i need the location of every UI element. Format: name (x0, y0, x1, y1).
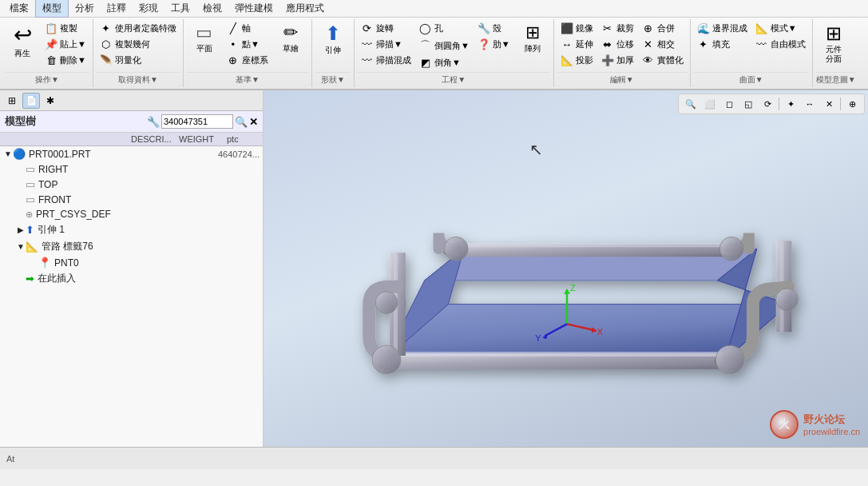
btn-round[interactable]: ⌒ 倒圓角▼ (416, 37, 473, 54)
btn-fill[interactable]: ✦ 填充 (694, 37, 751, 52)
btn-extend[interactable]: ↔ 延伸 (557, 37, 597, 52)
tree-item-right[interactable]: ▭ RIGHT (0, 161, 263, 177)
btn-chamfer[interactable]: ◩ 倒角▼ (416, 55, 473, 70)
btn-extrude[interactable]: ⬆ 引伸 (315, 21, 351, 59)
btn-shell[interactable]: 🔧 殼 (474, 21, 513, 36)
btn-rib[interactable]: ❓ 肋▼ (474, 37, 513, 52)
tree-item-extrude1[interactable]: ▶ ⬆ 引伸 1 (0, 221, 263, 238)
tree-item-insert-here[interactable]: ➡ 在此插入 (0, 270, 263, 287)
panel-btn-star[interactable]: ✱ (42, 93, 59, 109)
surface-label[interactable]: 曲面▼ (694, 72, 809, 87)
btn-swept-blend[interactable]: 〰 掃描混成 (358, 53, 414, 68)
pipe76-name: 管路 標籤76 (42, 240, 260, 253)
tree-item-pipe76[interactable]: ▼ 📐 管路 標籤76 (0, 238, 263, 255)
menu-apps[interactable]: 應用程式 (279, 0, 331, 17)
vp-btn-expand[interactable]: ↔ (801, 96, 818, 112)
vp-btn-search[interactable]: 🔍 (682, 96, 700, 112)
paste-label: 貼上▼ (60, 38, 86, 50)
expand-pipe[interactable]: ▼ (16, 242, 26, 251)
btn-shrinkwrap[interactable]: 🪶 羽量化 (97, 53, 180, 68)
btn-trim[interactable]: ✂ 裁剪 (598, 21, 637, 36)
search-submit-icon[interactable]: 🔍 (235, 116, 248, 128)
btn-mirror[interactable]: ⬛ 鏡像 (557, 21, 597, 36)
udf-label: 使用者定義特徵 (115, 22, 176, 34)
rib-label: 肋▼ (493, 38, 510, 50)
btn-delete[interactable]: 🗑 刪除▼ (42, 53, 89, 68)
menu-view[interactable]: 檢視 (196, 0, 228, 17)
btn-project[interactable]: 📐 投影 (557, 53, 597, 68)
vp-btn-close[interactable]: ✕ (820, 96, 838, 112)
tree-item-pnt0[interactable]: 📍 PNT0 (0, 255, 263, 270)
btn-copy[interactable]: 📋 複製 (42, 21, 89, 36)
btn-paste[interactable]: 📌 貼上▼ (42, 37, 89, 52)
tree-item-csys[interactable]: ⊕ PRT_CSYS_DEF (0, 207, 263, 221)
extrude1-name: 引伸 1 (38, 223, 260, 237)
btn-plane[interactable]: ▭ 平面 (187, 21, 222, 58)
vp-btn-settings[interactable]: ⊕ (843, 96, 861, 112)
btn-freeform[interactable]: 〰 自由模式 (752, 37, 809, 52)
expand-extrude[interactable]: ▶ (16, 225, 26, 234)
delete-icon: 🗑 (45, 54, 57, 66)
edit-label[interactable]: 編輯▼ (557, 72, 687, 87)
vp-btn-box[interactable]: ◻ (720, 96, 738, 112)
csys-tree-icon: ⊕ (26, 209, 33, 220)
btn-intersect[interactable]: ✕ 相交 (639, 37, 687, 52)
btn-thicken[interactable]: ➕ 加厚 (598, 53, 637, 68)
btn-regenerate[interactable]: ↩ 再生 (5, 21, 40, 62)
btn-revolve[interactable]: ⟳ 旋轉 (358, 21, 414, 36)
menu-annotation[interactable]: 註釋 (101, 0, 133, 17)
watermark: 火 野火论坛 proewildfire.cn (770, 410, 860, 439)
model-intent-label[interactable]: 模型意圖▼ (816, 72, 856, 87)
btn-offset[interactable]: ⬌ 位移 (598, 37, 637, 52)
btn-point[interactable]: • 點▼ (224, 37, 271, 52)
btn-sweep[interactable]: 〰 掃描▼ (358, 37, 414, 52)
btn-style[interactable]: 📐 模式▼ (752, 21, 809, 36)
datum-label[interactable]: 基準▼ (187, 72, 308, 87)
ops-label[interactable]: 操作▼ (5, 72, 89, 87)
copy-geo-label: 複製幾何 (115, 38, 150, 50)
btn-hole[interactable]: ◯ 孔 (416, 21, 473, 36)
btn-solidify[interactable]: 👁 實體化 (639, 53, 687, 68)
menu-file[interactable]: 檔案 (3, 0, 35, 17)
btn-merge[interactable]: ⊕ 合併 (639, 21, 687, 36)
btn-component-face[interactable]: ⊞ 元件分面 (816, 21, 851, 67)
menu-model[interactable]: 模型 (35, 0, 69, 18)
viewport[interactable]: Z X Y 🔍 ⬜ ◻ ◱ ⟳ ✦ ↔ ✕ ⊕ (264, 90, 868, 447)
btn-sketch[interactable]: ✏ 草繪 (273, 21, 308, 58)
plane-label: 平面 (196, 43, 212, 54)
prt-name: PRT0001.PRT (29, 149, 212, 160)
menu-flex[interactable]: 彈性建模 (228, 0, 279, 17)
tree-item-front[interactable]: ▭ FRONT (0, 192, 263, 207)
tree-item-top[interactable]: ▭ TOP (0, 177, 263, 192)
tree-item-prt0001[interactable]: ▼ 🔵 PRT0001.PRT 4640724... (0, 146, 263, 161)
eng-btns2: ◯ 孔 ⌒ 倒圓角▼ ◩ 倒角▼ (416, 21, 473, 70)
menu-analysis[interactable]: 分析 (69, 0, 101, 17)
vp-btn-rect[interactable]: ⬜ (701, 96, 719, 112)
getdata-content: ✦ 使用者定義特徵 ⬡ 複製幾何 🪶 羽量化 (97, 19, 180, 72)
panel-btn-grid[interactable]: ⊞ (3, 93, 21, 109)
getdata-label[interactable]: 取得資料▼ (97, 72, 180, 87)
btn-axis[interactable]: ╱ 軸 (224, 21, 271, 36)
close-search-icon[interactable]: ✕ (249, 116, 258, 128)
vp-btn-star[interactable]: ✦ (782, 96, 799, 112)
menu-tools[interactable]: 工具 (164, 0, 196, 17)
vp-btn-layout[interactable]: ◱ (739, 96, 757, 112)
ribbon-section-model-intent: ⊞ 元件分面 模型意圖▼ (814, 19, 859, 87)
blend-icon: 🌊 (697, 22, 710, 34)
btn-blend[interactable]: 🌊 邊界混成 (694, 21, 751, 36)
csys-icon: ⊕ (227, 54, 240, 66)
shape-label[interactable]: 形狀▼ (315, 72, 351, 87)
menu-render[interactable]: 彩現 (133, 0, 164, 17)
btn-pattern[interactable]: ⊞ 陣列 (515, 21, 550, 58)
panel-btn-tree[interactable]: 📄 (22, 93, 40, 109)
vp-btn-rotate[interactable]: ⟳ (759, 96, 776, 112)
watermark-site: 野火论坛 (803, 412, 860, 427)
expand-prt[interactable]: ▼ (3, 149, 13, 158)
search-input[interactable] (161, 114, 233, 129)
btn-csys[interactable]: ⊕ 座標系 (224, 53, 271, 68)
btn-udf[interactable]: ✦ 使用者定義特徵 (97, 21, 180, 36)
eng-label[interactable]: 工程▼ (358, 72, 550, 87)
btn-copy-geo[interactable]: ⬡ 複製幾何 (97, 37, 180, 52)
svg-point-18 (372, 345, 401, 374)
col-descri-header: DESCRI... (131, 134, 179, 144)
